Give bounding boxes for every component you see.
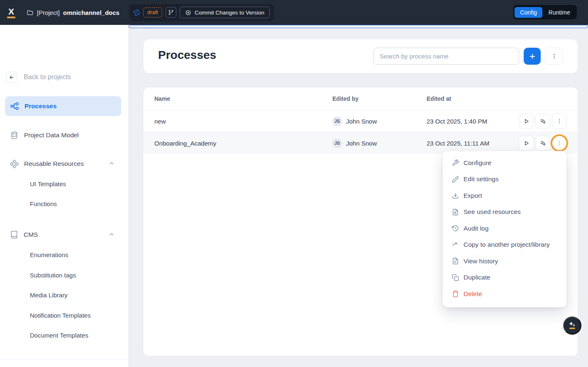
kebab-icon [551,53,557,60]
trash-icon [452,290,459,297]
menu-item-audit-log[interactable]: Audit log [443,220,566,237]
chevron-up-icon[interactable] [108,160,115,167]
mode-toggle-runtime[interactable]: Runtime [543,7,576,18]
view-instances-button[interactable] [535,136,550,151]
logo-x-glyph: X [8,7,14,16]
sync-status-icon [134,10,140,16]
sidebar-item-label: Processes [24,102,57,110]
play-icon [523,140,530,147]
run-process-button[interactable] [519,136,534,151]
column-header-edited-at: Edited at [427,95,515,102]
book-icon [10,231,18,239]
chevron-up-icon[interactable] [108,231,115,238]
process-name: new [154,118,332,125]
menu-item-export[interactable]: Export [443,187,566,204]
header-kebab-button[interactable] [545,48,563,65]
menu-item-copy-to-another-project[interactable]: Copy to another project/library [443,237,566,253]
edited-at: 23 Oct 2025, 11:11 AM [427,140,515,147]
table-row[interactable]: new JS John Snow 23 Oct 2025, 1:40 PM [144,110,578,132]
row-actions [515,136,578,151]
sidebar-item-notification-templates[interactable]: Notification Templates [30,309,90,321]
branch-menu-button[interactable] [166,7,176,18]
avatar: JS [332,139,342,148]
play-icon [523,118,530,125]
add-process-button[interactable] [524,48,541,65]
view-instances-button[interactable] [535,114,550,129]
sidebar-item-enumerations[interactable]: Enumerations [30,248,68,261]
sidebar-section-cms[interactable]: CMS [10,228,38,241]
project-name: omnichannel_docs [63,9,120,16]
processes-header-card: Processes [144,39,578,73]
menu-item-view-history[interactable]: View history [443,253,566,270]
sidebar-section-label: CMS [24,231,38,238]
folder-icon [27,9,34,16]
edited-at: 23 Oct 2025, 1:40 PM [427,118,515,125]
sidebar-item-functions[interactable]: Functions [30,197,57,210]
sidebar-item-ui-templates[interactable]: UI Templates [30,177,66,190]
menu-item-label: View history [464,258,498,265]
sidebar-item-label: Project Data Model [24,131,79,139]
edited-by-name: John Snow [346,118,377,125]
sidebar: Back to projects Processes Project Data … [0,25,129,367]
sidebar-item-label: Functions [30,200,57,207]
menu-item-label: Configure [464,159,491,167]
back-arrow-icon[interactable] [6,72,17,83]
reusable-resources-icon [10,160,19,168]
sidebar-item-substitution-tags[interactable]: Substitution tags [30,269,76,281]
avatar: JS [332,117,342,126]
flowx-logo[interactable]: X [6,7,17,18]
pencil-icon [452,176,459,183]
back-to-projects[interactable]: Back to projects [6,72,71,83]
sparkles-icon [567,320,578,331]
main-content: Processes Name Edited by Edited at new [129,25,588,367]
database-icon [10,131,19,140]
logo-underline [7,17,15,18]
row-kebab-button-active[interactable] [552,136,567,151]
mode-toggle-config[interactable]: Config [515,7,542,18]
menu-item-configure[interactable]: Configure [443,155,566,171]
wrench-icon [452,159,459,166]
redo-arrow-icon [452,241,459,248]
history-icon [452,225,459,232]
sidebar-item-processes[interactable]: Processes [5,96,121,116]
sidebar-item-label: Notification Templates [30,312,90,319]
menu-item-label: See used resources [464,208,521,216]
menu-item-see-used-resources[interactable]: See used resources [443,204,566,221]
edited-by-cell: JS John Snow [332,139,427,148]
commit-changes-button[interactable]: Commit Changes to Version [180,7,270,18]
project-label: [Project] [37,9,60,16]
back-label: Back to projects [24,73,71,81]
sidebar-item-media-library[interactable]: Media Library [30,289,68,301]
sidebar-section-label: Reusable Resources [24,160,84,168]
sidebar-section-reusable-resources[interactable]: Reusable Resources [10,157,84,170]
kebab-icon [556,118,562,124]
processes-icon [10,102,19,111]
menu-item-delete[interactable]: Delete [443,286,566,302]
page-title: Processes [158,49,216,62]
menu-item-label: Duplicate [464,274,490,281]
file-text-icon [452,258,459,265]
menu-item-label: Export [464,192,482,199]
run-process-button[interactable] [519,114,534,129]
sidebar-item-label: Media Library [30,292,68,299]
branch-badge[interactable]: main [129,25,588,28]
draft-badge[interactable]: draft [143,7,162,17]
sidebar-item-label: Enumerations [30,251,68,258]
table-header-row: Name Edited by Edited at [144,87,578,110]
sidebar-item-document-templates[interactable]: Document Templates [30,329,88,341]
commit-button-label: Commit Changes to Version [195,10,264,16]
menu-item-label: Audit log [464,225,488,232]
top-bar: X [Project] omnichannel_docs main draft … [0,0,588,25]
ai-assistant-fab[interactable] [563,316,581,335]
row-kebab-button[interactable] [552,114,567,129]
menu-item-edit-settings[interactable]: Edit settings [443,171,566,188]
search-input[interactable] [373,48,519,65]
file-search-icon [452,209,459,216]
list-search-icon [539,140,547,147]
menu-item-duplicate[interactable]: Duplicate [443,270,566,286]
kebab-icon [556,140,562,146]
download-icon [452,192,459,199]
menu-item-label: Edit settings [464,175,498,183]
git-branch-icon [168,10,174,15]
sidebar-item-project-data-model[interactable]: Project Data Model [10,129,79,142]
